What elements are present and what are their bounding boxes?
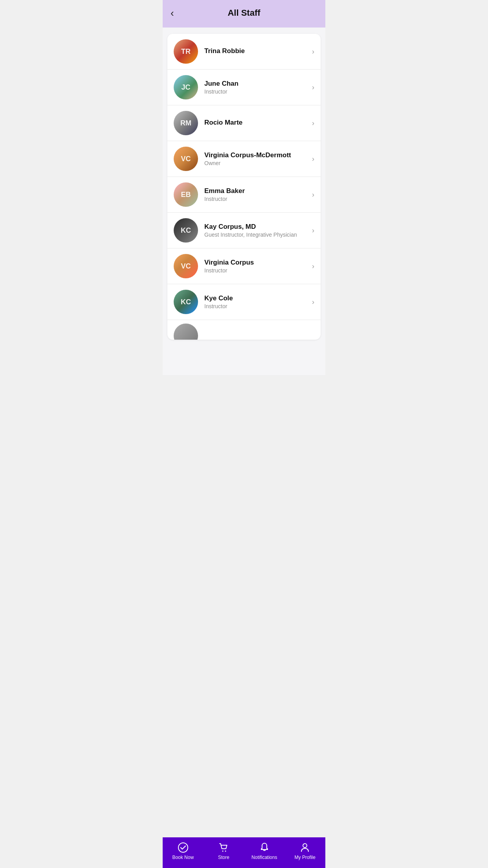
list-item[interactable]: KCKay Corpus, MDGuest Instructor, Integr… <box>167 213 321 248</box>
avatar: TR <box>174 39 198 64</box>
list-item[interactable]: EBEmma BakerInstructor› <box>167 177 321 213</box>
staff-role: Instructor <box>204 303 309 309</box>
list-item[interactable]: KCKye ColeInstructor› <box>167 284 321 320</box>
staff-list: TRTrina Robbie›JCJune ChanInstructor›RMR… <box>167 34 321 340</box>
staff-role: Instructor <box>204 196 309 202</box>
list-item[interactable]: VCVirginia Corpus-McDermottOwner› <box>167 141 321 177</box>
staff-name: Kye Cole <box>204 294 309 302</box>
main-content: TRTrina Robbie›JCJune ChanInstructor›RMR… <box>163 28 325 375</box>
staff-name: Virginia Corpus <box>204 259 309 267</box>
list-item-partial <box>167 320 321 340</box>
avatar: KC <box>174 218 198 243</box>
avatar: RM <box>174 111 198 135</box>
avatar: KC <box>174 290 198 314</box>
chevron-right-icon: › <box>312 298 314 306</box>
list-item[interactable]: JCJune ChanInstructor› <box>167 70 321 105</box>
avatar: JC <box>174 75 198 99</box>
chevron-right-icon: › <box>312 226 314 235</box>
header: ‹ All Staff <box>163 0 325 28</box>
staff-role: Instructor <box>204 88 309 95</box>
chevron-right-icon: › <box>312 48 314 56</box>
staff-role: Owner <box>204 160 309 166</box>
page-title: All Staff <box>227 8 260 18</box>
staff-name: Kay Corpus, MD <box>204 223 309 231</box>
list-item[interactable]: TRTrina Robbie› <box>167 34 321 70</box>
avatar: VC <box>174 147 198 171</box>
staff-name: Virginia Corpus-McDermott <box>204 151 309 159</box>
staff-name: Emma Baker <box>204 187 309 195</box>
staff-name: Rocio Marte <box>204 119 309 127</box>
chevron-right-icon: › <box>312 262 314 270</box>
chevron-right-icon: › <box>312 155 314 163</box>
staff-name: June Chan <box>204 80 309 88</box>
staff-role: Guest Instructor, Integrative Physician <box>204 232 309 238</box>
back-button[interactable]: ‹ <box>171 8 174 18</box>
list-item[interactable]: RMRocio Marte› <box>167 105 321 141</box>
staff-name: Trina Robbie <box>204 47 309 55</box>
chevron-right-icon: › <box>312 83 314 92</box>
staff-role: Instructor <box>204 267 309 274</box>
chevron-right-icon: › <box>312 191 314 199</box>
list-item[interactable]: VCVirginia CorpusInstructor› <box>167 248 321 284</box>
avatar: EB <box>174 182 198 207</box>
chevron-right-icon: › <box>312 119 314 127</box>
avatar: VC <box>174 254 198 278</box>
